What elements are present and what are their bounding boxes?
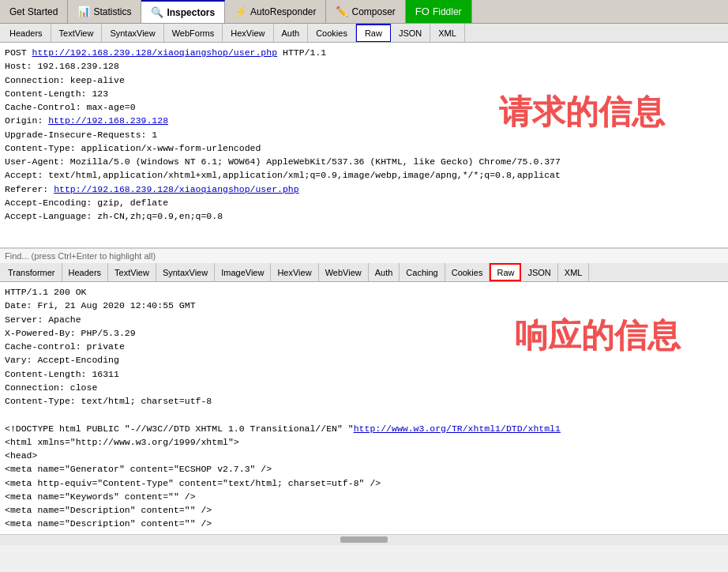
find-bar-text: Find... (press Ctrl+Enter to highlight a…: [5, 251, 156, 261]
resp-line11-prefix: <!DOCTYPE html PUBLIC "-//W3C//DTD XHTML…: [5, 423, 354, 434]
req-line1-suffix: HTTP/1.1: [277, 47, 326, 58]
req-tab-hexview[interactable]: HexView: [223, 24, 273, 42]
req-line3: Connection: keep-alive: [5, 75, 125, 85]
resp-tab-headers[interactable]: Headers: [62, 263, 109, 281]
req-tab-textview[interactable]: TextView: [51, 24, 103, 42]
resp-line6: Vary: Accept-Encoding: [5, 355, 119, 365]
resp-line17: <meta name="Description" content="" />: [5, 505, 212, 515]
resp-tab-syntaxview[interactable]: SyntaxView: [156, 263, 215, 281]
resp-line4: X-Powered-By: PHP/5.3.29: [5, 328, 136, 338]
req-line13: Accept-Language: zh-CN,zh;q=0.9,en;q=0.8: [5, 211, 223, 221]
resp-doctype-link[interactable]: http://www.w3.org/TR/xhtml1/DTD/xhtml1: [354, 423, 561, 434]
response-content: HTTP/1.1 200 OK Date: Fri, 21 Aug 2020 1…: [5, 285, 723, 531]
get-started-label: Get Started: [9, 6, 58, 17]
tab-get-started[interactable]: Get Started: [0, 0, 68, 23]
inspectors-label: Inspectors: [167, 7, 215, 18]
req-url-link[interactable]: http://192.168.239.128/xiaoqiangshop/use…: [32, 47, 278, 58]
response-sub-tab-bar: Transformer Headers TextView SyntaxView …: [0, 263, 728, 282]
req-tab-webforms[interactable]: WebForms: [164, 24, 223, 42]
resp-line14: <meta name="Generator" content="ECSHOP v…: [5, 464, 272, 474]
horizontal-scrollbar[interactable]: [0, 534, 728, 545]
composer-icon: ✏️: [336, 6, 348, 17]
req-origin-link[interactable]: http://192.168.239.128: [48, 115, 168, 126]
resp-line7: Content-Length: 16311: [5, 369, 119, 379]
resp-line1: HTTP/1.1 200 OK: [5, 287, 87, 297]
resp-line13: <head>: [5, 450, 37, 461]
resp-tab-json[interactable]: JSON: [521, 263, 557, 281]
req-line7: Upgrade-Insecure-Requests: 1: [5, 130, 157, 140]
response-panel: HTTP/1.1 200 OK Date: Fri, 21 Aug 2020 1…: [0, 282, 728, 534]
req-referer-link[interactable]: http://192.168.239.128/xiaoqiangshop/use…: [54, 184, 299, 194]
statistics-label: Statistics: [93, 6, 131, 17]
resp-line3: Server: Apache: [5, 314, 81, 325]
autoresponder-icon: ⚡: [235, 6, 247, 17]
resp-tab-cookies[interactable]: Cookies: [445, 263, 490, 281]
inspectors-icon: 🔍: [151, 6, 163, 18]
resp-line9: Content-Type: text/html; charset=utf-8: [5, 396, 212, 406]
fiddler-icon: FO: [415, 6, 430, 17]
request-sub-tab-bar: Headers TextView SyntaxView WebForms Hex…: [0, 24, 728, 43]
resp-line8: Connection: close: [5, 382, 97, 393]
resp-tab-textview[interactable]: TextView: [108, 263, 156, 281]
resp-tab-imageview[interactable]: ImageView: [215, 263, 271, 281]
request-content: POST http://192.168.239.128/xiaoqiangsho…: [5, 46, 723, 223]
tab-statistics[interactable]: 📊 Statistics: [68, 0, 141, 23]
req-tab-cookies[interactable]: Cookies: [308, 24, 356, 42]
req-line4: Content-Length: 123: [5, 88, 108, 99]
resp-line15: <meta http-equiv="Content-Type" content=…: [5, 478, 381, 488]
resp-tab-hexview[interactable]: HexView: [271, 263, 318, 281]
top-tab-bar: Get Started 📊 Statistics 🔍 Inspectors ⚡ …: [0, 0, 728, 24]
req-tab-auth[interactable]: Auth: [274, 24, 309, 42]
req-tab-json[interactable]: JSON: [391, 24, 430, 42]
req-line2: Host: 192.168.239.128: [5, 61, 119, 71]
resp-tab-xml[interactable]: XML: [558, 263, 590, 281]
req-line8: Content-Type: application/x-www-form-url…: [5, 143, 261, 153]
req-line1-prefix: POST: [5, 47, 32, 58]
composer-label: Composer: [351, 6, 395, 17]
resp-tab-webview[interactable]: WebView: [319, 263, 369, 281]
tab-inspectors[interactable]: 🔍 Inspectors: [141, 0, 225, 23]
resp-line12: <html xmlns="http://www.w3.org/1999/xhtm…: [5, 437, 239, 447]
request-panel: POST http://192.168.239.128/xiaoqiangsho…: [0, 43, 728, 248]
resp-tab-caching[interactable]: Caching: [400, 263, 445, 281]
req-tab-xml[interactable]: XML: [430, 24, 465, 42]
req-line11-prefix: Referer:: [5, 184, 54, 194]
scroll-thumb[interactable]: [340, 536, 388, 543]
resp-line16: <meta name="Keywords" content="" />: [5, 491, 196, 502]
statistics-icon: 📊: [77, 6, 90, 17]
req-line12: Accept-Encoding: gzip, deflate: [5, 198, 168, 208]
req-tab-syntaxview[interactable]: SyntaxView: [102, 24, 163, 42]
resp-tab-raw[interactable]: Raw: [490, 263, 521, 281]
req-line5: Cache-Control: max-age=0: [5, 102, 136, 112]
autoresponder-label: AutoResponder: [250, 6, 316, 17]
tab-composer[interactable]: ✏️ Composer: [326, 0, 405, 23]
req-tab-raw[interactable]: Raw: [356, 24, 391, 42]
fiddler-label: Fiddler: [433, 6, 462, 17]
resp-line2: Date: Fri, 21 Aug 2020 12:40:55 GMT: [5, 300, 196, 310]
resp-tab-transformer[interactable]: Transformer: [2, 263, 62, 281]
find-bar: Find... (press Ctrl+Enter to highlight a…: [0, 248, 728, 263]
resp-line18: <meta name="Description" content="" />: [5, 518, 212, 529]
req-line6-prefix: Origin:: [5, 115, 48, 126]
req-tab-headers[interactable]: Headers: [2, 24, 51, 42]
resp-tab-auth[interactable]: Auth: [369, 263, 400, 281]
tab-fiddler[interactable]: FO Fiddler: [406, 0, 472, 23]
req-line10: Accept: text/html,application/xhtml+xml,…: [5, 170, 561, 180]
req-line9: User-Agent: Mozilla/5.0 (Windows NT 6.1;…: [5, 156, 561, 167]
tab-autoresponder[interactable]: ⚡ AutoResponder: [225, 0, 326, 23]
resp-line5: Cache-control: private: [5, 341, 125, 352]
